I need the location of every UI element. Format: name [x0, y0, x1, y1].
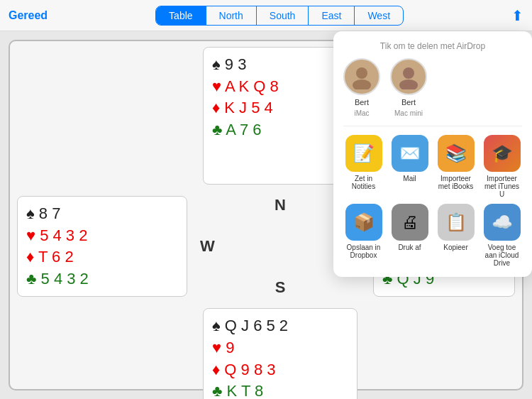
tab-group: Table North South East West: [155, 6, 404, 26]
itunes-icon: 🎓: [484, 135, 521, 172]
app-grid: 📝 Zet in Notities ✉️ Mail 📚 Importeer me…: [343, 135, 522, 267]
airdrop-person-1[interactable]: Bert iMac: [343, 58, 380, 117]
tab-west[interactable]: West: [355, 6, 403, 25]
airdrop-name-1: Bert: [355, 98, 369, 106]
south-hearts: ♥ 9: [212, 338, 348, 359]
south-diamonds: ♦ Q 9 8 3: [212, 360, 348, 381]
app-notes[interactable]: 📝 Zet in Notities: [343, 135, 384, 198]
tab-table[interactable]: Table: [156, 6, 206, 25]
svg-point-3: [399, 80, 418, 89]
tab-east[interactable]: East: [309, 6, 355, 25]
app-print[interactable]: 🖨 Druk af: [389, 204, 430, 267]
app-mail[interactable]: ✉️ Mail: [389, 135, 430, 198]
mail-icon: ✉️: [392, 135, 428, 172]
dropbox-label: Opslaan in Dropbox: [343, 244, 384, 259]
south-clubs: ♣ K T 8: [212, 381, 348, 399]
dropbox-icon: 📦: [345, 204, 382, 241]
north-diamonds: ♦ K J 5 4: [212, 98, 348, 119]
copy-label: Kopieer: [443, 244, 467, 251]
west-clubs: ♣ 5 4 3 2: [26, 269, 178, 290]
app-copy[interactable]: 📋 Kopieer: [436, 204, 476, 267]
north-clubs: ♣ A 7 6: [212, 120, 348, 141]
share-panel: Tik om te delen met AirDrop Bert iMac: [333, 31, 532, 277]
airdrop-avatar-2: [390, 58, 427, 95]
south-hand: ♠ Q J 6 5 2 ♥ 9 ♦ Q 9 8 3 ♣ K T 8: [203, 308, 358, 399]
airdrop-device-1: iMac: [354, 109, 369, 117]
main-area: ♠ 9 3 ♥ A K Q 8 ♦ K J 5 4 ♣ A 7 6 ♠ 8 7 …: [0, 31, 532, 399]
airdrop-device-2: Mac mini: [394, 109, 423, 117]
west-hearts: ♥ 5 4 3 2: [26, 226, 178, 246]
gereed-button[interactable]: Gereed: [9, 9, 48, 22]
airdrop-name-2: Bert: [401, 98, 416, 106]
print-label: Druk af: [398, 244, 421, 251]
itunes-label: Importeer met iTunes U: [482, 175, 522, 198]
tab-south[interactable]: South: [257, 6, 309, 25]
north-spades: ♠ 9 3: [212, 55, 348, 75]
airdrop-avatar-1: [343, 58, 380, 95]
icloud-label: Voeg toe aan iCloud Drive: [482, 244, 522, 267]
svg-point-0: [356, 67, 367, 79]
app-itunes[interactable]: 🎓 Importeer met iTunes U: [482, 135, 522, 198]
south-spades: ♠ Q J 6 5 2: [212, 316, 348, 337]
app-dropbox[interactable]: 📦 Opslaan in Dropbox: [343, 204, 384, 267]
top-bar: Gereed Table North South East West ⬆: [0, 0, 532, 31]
ibooks-icon: 📚: [438, 135, 475, 172]
svg-point-1: [353, 80, 371, 89]
share-button[interactable]: ⬆: [511, 7, 523, 24]
airdrop-person-2[interactable]: Bert Mac mini: [390, 58, 427, 117]
notes-icon: 📝: [345, 135, 382, 172]
airdrop-row: Bert iMac Bert Mac mini: [343, 58, 522, 126]
north-hearts: ♥ A K Q 8: [212, 77, 348, 97]
share-panel-title: Tik om te delen met AirDrop: [343, 41, 522, 51]
app-ibooks[interactable]: 📚 Importeer met iBooks: [436, 135, 476, 198]
app-icloud[interactable]: ☁️ Voeg toe aan iCloud Drive: [482, 204, 522, 267]
compass-west: W: [200, 237, 215, 256]
west-hand: ♠ 8 7 ♥ 5 4 3 2 ♦ T 6 2 ♣ 5 4 3 2: [17, 196, 187, 297]
west-spades: ♠ 8 7: [26, 204, 178, 224]
svg-point-2: [403, 67, 414, 79]
compass-south: S: [275, 278, 286, 297]
tab-north[interactable]: North: [206, 6, 257, 25]
print-icon: 🖨: [392, 204, 428, 241]
ibooks-label: Importeer met iBooks: [436, 175, 476, 190]
icloud-icon: ☁️: [484, 204, 521, 241]
west-diamonds: ♦ T 6 2: [26, 247, 178, 268]
notes-label: Zet in Notities: [343, 175, 384, 190]
compass-north: N: [275, 196, 286, 214]
copy-icon: 📋: [438, 204, 475, 241]
mail-label: Mail: [403, 175, 416, 182]
